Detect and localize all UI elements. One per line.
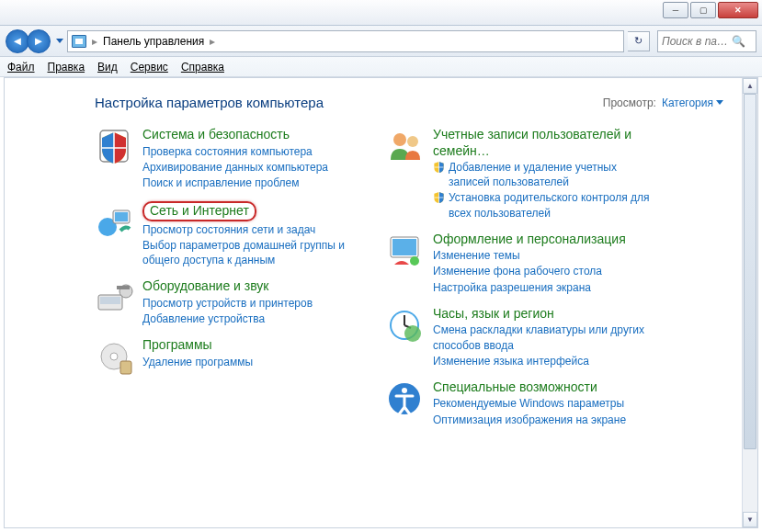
category-title[interactable]: Часы, язык и регион <box>433 306 554 321</box>
search-input[interactable] <box>662 35 728 48</box>
category-title[interactable]: Сеть и Интернет <box>142 201 256 221</box>
appearance-icon <box>385 232 424 270</box>
scroll-thumb[interactable] <box>744 94 756 449</box>
category-access: Специальные возможностиРекомендуемые Win… <box>385 379 652 427</box>
category-appearance: Оформление и персонализацияИзменение тем… <box>385 232 652 295</box>
users-icon <box>385 127 424 165</box>
network-icon <box>95 201 133 240</box>
category-sublink[interactable]: Проверка состояния компьютера <box>142 144 328 159</box>
category-hardware: Оборудование и звукПросмотр устройств и … <box>95 278 361 326</box>
category-title[interactable]: Программы <box>142 337 212 352</box>
programs-icon <box>95 337 133 376</box>
window-titlebar: ─ ▢ ✕ <box>0 0 762 26</box>
category-sublink[interactable]: Добавление и удаление учетных записей по… <box>433 160 652 189</box>
category-sublink[interactable]: Добавление устройства <box>142 311 313 326</box>
category-sublink[interactable]: Установка родительского контроля для все… <box>433 190 652 220</box>
category-sublink[interactable]: Архивирование данных компьютера <box>142 160 328 175</box>
category-sublink[interactable]: Рекомендуемые Windows параметры <box>433 396 626 411</box>
category-sublink[interactable]: Просмотр состояния сети и задач <box>142 222 361 237</box>
category-sublink[interactable]: Смена раскладки клавиатуры или других сп… <box>433 323 652 352</box>
category-sublink[interactable]: Выбор параметров домашней группы и общег… <box>142 238 361 267</box>
category-title[interactable]: Учетные записи пользователей и семейн… <box>433 127 631 158</box>
category-sublink[interactable]: Удаление программы <box>142 355 253 369</box>
menu-service[interactable]: Сервис <box>131 61 168 74</box>
chevron-down-icon <box>716 100 723 105</box>
access-icon <box>385 379 424 418</box>
security-icon <box>95 127 133 165</box>
category-sublink[interactable]: Настройка разрешения экрана <box>433 280 626 295</box>
clock-icon <box>385 306 424 345</box>
address-bar[interactable]: ▸ Панель управления ▸ <box>67 30 624 52</box>
breadcrumb-location[interactable]: Панель управления <box>103 35 204 48</box>
scroll-down-button[interactable]: ▼ <box>743 512 757 527</box>
page-title: Настройка параметров компьютера <box>95 95 324 110</box>
view-by-dropdown[interactable]: Категория <box>662 96 723 109</box>
breadcrumb-separator: ▸ <box>92 35 97 48</box>
shield-icon <box>433 191 445 204</box>
search-icon[interactable]: 🔍 <box>732 35 745 48</box>
category-sublink[interactable]: Изменение фона рабочего стола <box>433 264 626 278</box>
category-sublink[interactable]: Оптимизация изображения на экране <box>433 413 626 427</box>
category-sublink[interactable]: Изменение темы <box>433 248 626 263</box>
category-users: Учетные записи пользователей и семейн…До… <box>385 127 652 221</box>
category-sublink[interactable]: Поиск и исправление проблем <box>142 175 328 190</box>
maximize-button[interactable]: ▢ <box>690 2 716 18</box>
navigation-bar: ◄ ► ▸ Панель управления ▸ ↻ 🔍 <box>0 26 762 57</box>
vertical-scrollbar[interactable]: ▲ ▼ <box>742 78 757 527</box>
refresh-button[interactable]: ↻ <box>628 31 650 51</box>
close-button[interactable]: ✕ <box>718 2 758 18</box>
hardware-icon <box>95 278 133 317</box>
minimize-button[interactable]: ─ <box>663 2 688 18</box>
menu-bar: Файл Правка Вид Сервис Справка <box>0 57 762 77</box>
shield-icon <box>433 161 445 174</box>
category-programs: ПрограммыУдаление программы <box>95 337 361 376</box>
menu-view[interactable]: Вид <box>97 61 118 74</box>
category-sublink[interactable]: Просмотр устройств и принтеров <box>142 296 313 311</box>
category-security: Система и безопасностьПроверка состояния… <box>95 127 361 190</box>
control-panel-icon <box>72 35 86 48</box>
category-title[interactable]: Система и безопасность <box>142 127 290 141</box>
category-title[interactable]: Оформление и персонализация <box>433 232 626 246</box>
forward-button[interactable]: ► <box>27 29 51 53</box>
search-box[interactable]: 🔍 <box>657 30 756 52</box>
category-sublink[interactable]: Изменение языка интерфейса <box>433 354 652 368</box>
menu-file[interactable]: Файл <box>7 61 35 74</box>
view-by-label: Просмотр: <box>603 96 656 109</box>
menu-edit[interactable]: Правка <box>48 61 85 74</box>
menu-help[interactable]: Справка <box>181 61 224 74</box>
category-network: Сеть и ИнтернетПросмотр состояния сети и… <box>95 201 361 267</box>
breadcrumb-separator: ▸ <box>210 35 215 48</box>
scroll-up-button[interactable]: ▲ <box>743 78 757 94</box>
category-clock: Часы, язык и регионСмена раскладки клави… <box>385 306 652 368</box>
view-by: Просмотр: Категория <box>603 96 723 109</box>
category-title[interactable]: Оборудование и звук <box>142 278 269 293</box>
nav-history-dropdown[interactable] <box>56 39 63 43</box>
content-area: Настройка параметров компьютера Просмотр… <box>5 78 742 527</box>
category-title[interactable]: Специальные возможности <box>433 379 597 394</box>
